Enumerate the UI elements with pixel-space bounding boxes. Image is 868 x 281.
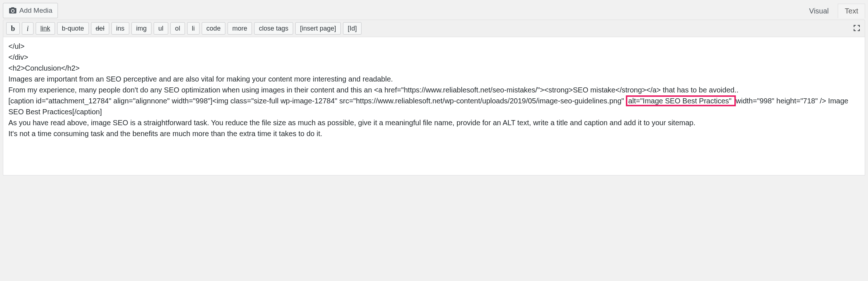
id-button[interactable]: [Id] xyxy=(343,22,362,35)
code-line: As you have read above, image SEO is a s… xyxy=(8,117,860,128)
italic-button[interactable]: i xyxy=(22,22,33,35)
editor-tabs: Visual Text xyxy=(802,4,865,18)
link-button[interactable]: link xyxy=(36,22,55,35)
ins-button[interactable]: ins xyxy=(111,22,129,35)
del-button[interactable]: del xyxy=(91,22,109,35)
code-line: </div> xyxy=(8,52,860,63)
ul-button[interactable]: ul xyxy=(154,22,168,35)
ol-button[interactable]: ol xyxy=(170,22,185,35)
tab-visual[interactable]: Visual xyxy=(802,4,836,18)
code-line: From my experience, many people don't do… xyxy=(8,84,860,95)
expand-icon xyxy=(853,24,861,33)
img-button[interactable]: img xyxy=(131,22,151,35)
bold-button[interactable]: b xyxy=(6,22,20,35)
add-media-label: Add Media xyxy=(19,7,52,15)
camera-icon xyxy=(8,6,17,15)
code-line: </ul> xyxy=(8,41,860,52)
code-text: [caption id="attachment_12784" align="al… xyxy=(8,97,626,105)
add-media-button[interactable]: Add Media xyxy=(3,3,58,18)
code-line: Images are important from an SEO percept… xyxy=(8,74,860,84)
editor-toolbar: b i link b-quote del ins img ul ol li co… xyxy=(3,20,865,37)
code-line: <h2>Conclusion</h2> xyxy=(8,63,860,74)
code-line: [caption id="attachment_12784" align="al… xyxy=(8,95,860,117)
more-button[interactable]: more xyxy=(228,22,252,35)
code-line: It's not a time consuming task and the b… xyxy=(8,128,860,139)
code-button[interactable]: code xyxy=(202,22,225,35)
editor-wrapper: Add Media Visual Text b i link b-quote d… xyxy=(3,3,865,175)
alt-highlight: alt="Image SEO Best Practices" xyxy=(626,95,735,106)
insert-page-button[interactable]: [insert page] xyxy=(295,22,341,35)
editor-textarea[interactable]: </ul></div><h2>Conclusion</h2>Images are… xyxy=(3,37,865,175)
li-button[interactable]: li xyxy=(187,22,200,35)
fullscreen-button[interactable] xyxy=(852,23,862,33)
bquote-button[interactable]: b-quote xyxy=(57,22,89,35)
tab-text[interactable]: Text xyxy=(838,4,865,18)
close-tags-button[interactable]: close tags xyxy=(254,22,293,35)
top-bar: Add Media Visual Text xyxy=(3,3,865,18)
